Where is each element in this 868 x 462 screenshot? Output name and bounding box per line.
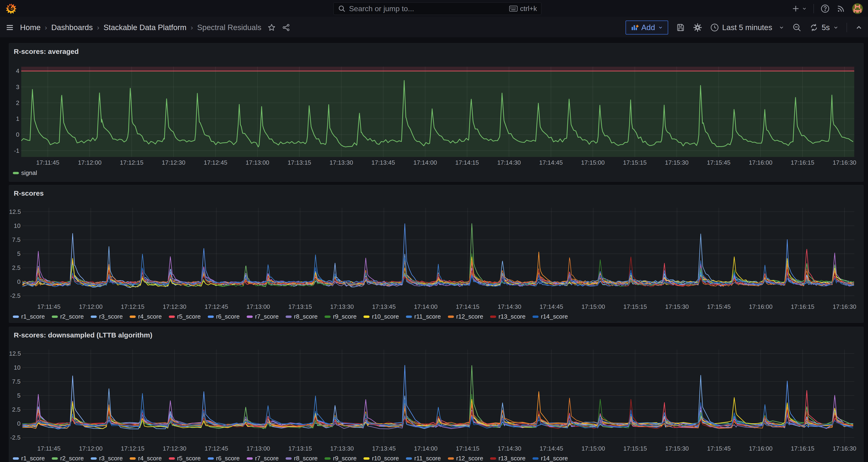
x-tick-label: 17:13:30 [330, 445, 354, 452]
chart-plot-area[interactable] [22, 208, 854, 301]
save-icon[interactable] [676, 23, 685, 32]
legend-item-r5_score[interactable]: r5_score [169, 313, 201, 320]
legend-item-r14_score[interactable]: r14_score [532, 455, 568, 462]
legend-item-r5_score[interactable]: r5_score [169, 455, 201, 462]
chevron-up-icon[interactable] [855, 24, 863, 31]
zoom-out-icon[interactable] [792, 23, 802, 32]
refresh-picker[interactable]: 5s [809, 23, 839, 32]
series-r14_score [22, 400, 853, 428]
chart-canvas[interactable] [22, 349, 854, 443]
keyboard-icon [509, 5, 518, 12]
legend-item-r10_score[interactable]: r10_score [364, 313, 399, 320]
search-input[interactable] [349, 4, 506, 13]
legend-item-r3_score[interactable]: r3_score [91, 313, 123, 320]
x-tick-label: 17:14:30 [498, 445, 521, 452]
x-tick-label: 17:15:30 [665, 445, 689, 452]
x-tick-label: 17:13:45 [371, 159, 395, 166]
legend-item-r6_score[interactable]: r6_score [208, 455, 240, 462]
new-button[interactable] [792, 4, 807, 13]
legend-item-r11_score[interactable]: r11_score [406, 455, 441, 462]
legend-item-r10_score[interactable]: r10_score [364, 455, 399, 462]
legend-item-r1_score[interactable]: r1_score [13, 455, 45, 462]
panel-r-scores-downsampled[interactable]: R-scores: downsampled (LTTB algorithm) 1… [9, 327, 864, 462]
search-shortcut-label: ctrl+k [520, 5, 537, 12]
legend-item-r14_score[interactable]: r14_score [532, 313, 568, 320]
legend-item-r1_score[interactable]: r1_score [13, 313, 45, 320]
x-tick-label: 17:12:00 [79, 445, 102, 452]
legend-swatch [490, 315, 496, 318]
legend-item-r2_score[interactable]: r2_score [52, 455, 84, 462]
x-tick-label: 17:13:15 [288, 303, 312, 310]
chart-canvas[interactable] [21, 67, 854, 157]
news-icon[interactable] [836, 4, 846, 13]
legend-item-r12_score[interactable]: r12_score [448, 313, 483, 320]
chart-legend: r1_scorer2_scorer3_scorer4_scorer5_score… [13, 313, 860, 320]
legend-swatch [286, 457, 292, 460]
legend-swatch [13, 457, 19, 460]
add-button[interactable]: Add [625, 21, 668, 34]
panel-title[interactable]: R-scores: averaged [14, 48, 79, 56]
add-panel-icon [631, 24, 639, 31]
time-range-picker[interactable]: Last 5 minutes [710, 23, 784, 32]
breadcrumb-separator-icon: › [97, 24, 99, 31]
search-box[interactable]: ctrl+k [333, 2, 541, 15]
legend-item-r6_score[interactable]: r6_score [208, 313, 240, 320]
legend-item-r4_score[interactable]: r4_score [130, 455, 161, 462]
legend-item-r13_score[interactable]: r13_score [490, 313, 526, 320]
grafana-logo-icon[interactable] [6, 3, 17, 14]
help-icon[interactable] [820, 4, 830, 13]
x-tick-label: 17:16:15 [791, 445, 814, 452]
chevron-down-icon [802, 6, 807, 11]
star-icon[interactable] [268, 23, 276, 32]
legend-item-r12_score[interactable]: r12_score [448, 455, 483, 462]
legend-item-r7_score[interactable]: r7_score [247, 313, 279, 320]
x-tick-label: 17:14:45 [539, 303, 563, 310]
chart-canvas[interactable] [22, 208, 854, 301]
legend-item-r2_score[interactable]: r2_score [52, 313, 84, 320]
avatar[interactable] [852, 3, 863, 14]
legend-item-r8_score[interactable]: r8_score [286, 313, 317, 320]
breadcrumb-item[interactable]: Stackable Data Platform [103, 23, 187, 32]
y-tick-label: 5 [9, 250, 21, 257]
legend-swatch [490, 457, 496, 460]
legend-item-r8_score[interactable]: r8_score [286, 455, 317, 462]
legend-item-r13_score[interactable]: r13_score [490, 455, 526, 462]
panel-r-scores-averaged[interactable]: R-scores: averaged 43210-1 17:11:4517:12… [9, 43, 864, 182]
legend-item-r3_score[interactable]: r3_score [91, 455, 123, 462]
legend-label: r10_score [372, 313, 399, 320]
x-tick-label: 17:16:30 [833, 159, 856, 166]
gear-icon[interactable] [693, 23, 702, 32]
y-tick-label: 7.5 [9, 378, 21, 385]
legend-item-r9_score[interactable]: r9_score [324, 313, 356, 320]
share-icon[interactable] [282, 23, 290, 32]
panel-r-scores[interactable]: R-scores 12.5107.552.50-2.5 17:11:4517:1… [9, 185, 864, 323]
chevron-down-icon [658, 25, 663, 30]
legend-item-r11_score[interactable]: r11_score [406, 313, 441, 320]
legend-item-r7_score[interactable]: r7_score [247, 455, 279, 462]
x-tick-label: 17:12:15 [120, 159, 144, 166]
x-tick-label: 17:14:00 [413, 159, 437, 166]
breadcrumb-item[interactable]: Home [20, 23, 40, 32]
breadcrumb-item[interactable]: Spectral Residuals [197, 23, 261, 32]
x-tick-label: 17:14:15 [456, 303, 479, 310]
breadcrumb: Home›Dashboards›Stackable Data Platform›… [20, 23, 261, 32]
x-tick-label: 17:12:00 [79, 303, 102, 310]
legend-item-r9_score[interactable]: r9_score [324, 455, 356, 462]
legend-item-r4_score[interactable]: r4_score [130, 313, 161, 320]
legend-label: r4_score [138, 455, 161, 462]
legend-item-signal[interactable]: signal [13, 169, 37, 177]
x-tick-label: 17:12:45 [205, 303, 228, 310]
search-icon [338, 5, 346, 12]
chart-plot-area[interactable] [21, 67, 854, 157]
menu-icon[interactable] [6, 23, 14, 32]
panel-title[interactable]: R-scores: downsampled (LTTB algorithm) [14, 331, 152, 339]
breadcrumb-item[interactable]: Dashboards [51, 23, 93, 32]
chart-plot-area[interactable] [22, 349, 854, 443]
legend-label: r12_score [456, 455, 483, 462]
legend-swatch [13, 315, 19, 318]
legend-label: r12_score [456, 313, 483, 320]
legend-swatch [364, 457, 370, 460]
y-tick-label: -1 [9, 147, 19, 154]
panel-title[interactable]: R-scores [14, 189, 43, 197]
x-tick-label: 17:12:30 [162, 159, 185, 166]
